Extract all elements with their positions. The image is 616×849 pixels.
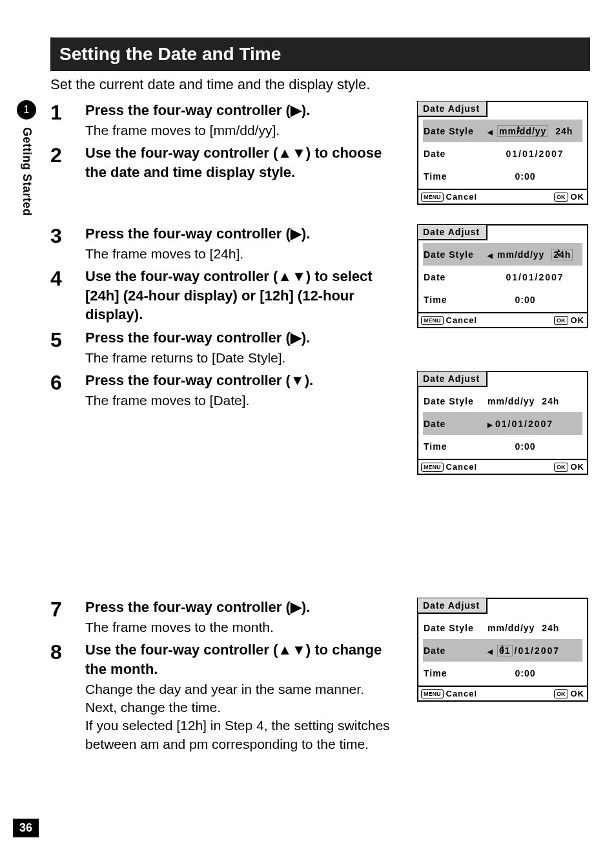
- step-description: The frame returns to [Date Style].: [85, 349, 406, 367]
- left-caret-icon: [488, 645, 495, 656]
- lcd-panel-3: Date Adjust Date Style mm/dd/yy 24h Date…: [417, 371, 588, 475]
- step-instruction: Press the four-way controller (▶).: [85, 101, 406, 120]
- step-instruction: Press the four-way controller (▶).: [85, 328, 406, 348]
- lcd-footer: MENUCancel OKOK: [418, 189, 587, 204]
- right-icon: ▶: [291, 225, 302, 242]
- row-date-style: Date Style mm/dd/yy 24h: [423, 243, 582, 266]
- row-date-style: Date Style mm/dd/yy 24h: [423, 120, 582, 142]
- step-description: The frame moves to [mm/dd/yy].: [85, 121, 406, 140]
- step-7: 7 Press the four-way controller (▶). The…: [50, 598, 406, 636]
- row-time: Time 0:00: [423, 165, 582, 187]
- lcd-panel-2: Date Adjust Date Style mm/dd/yy 24h Date…: [417, 224, 588, 328]
- section-intro: Set the current date and time and the di…: [50, 76, 590, 93]
- step-description: The frame moves to [24h].: [85, 245, 406, 263]
- row-date: Date 01/01/2007: [423, 142, 582, 165]
- step-description: Change the day and year in the same mann…: [85, 680, 406, 753]
- left-caret-icon: [488, 126, 495, 136]
- row-date: Date 01/01/2007: [423, 412, 582, 435]
- step-2: 2 Use the four-way controller (▲▼) to ch…: [50, 143, 406, 182]
- lcd-title: Date Adjust: [418, 101, 488, 117]
- step-instruction: Press the four-way controller (▶).: [85, 598, 406, 617]
- step-instruction: Press the four-way controller (▶).: [85, 224, 406, 244]
- down-icon: ▼: [292, 145, 306, 161]
- step-number: 2: [50, 143, 85, 165]
- chapter-label: Getting Started: [20, 127, 34, 216]
- right-icon: ▶: [291, 102, 302, 118]
- side-tab: 1 Getting Started: [15, 100, 37, 216]
- lcd-panel-1: Date Adjust Date Style mm/dd/yy 24h Date…: [417, 101, 588, 205]
- menu-button[interactable]: MENU: [421, 193, 444, 202]
- menu-button[interactable]: MENU: [421, 689, 444, 698]
- ok-button[interactable]: OK: [554, 193, 568, 202]
- step-description: The frame moves to [Date].: [85, 392, 406, 410]
- step-instruction: Use the four-way controller (▲▼) to choo…: [85, 143, 406, 182]
- step-description: The frame moves to the month.: [85, 618, 406, 636]
- menu-button[interactable]: MENU: [421, 316, 444, 325]
- step-number: 1: [50, 101, 85, 123]
- chapter-number: 1: [17, 100, 36, 120]
- ok-button[interactable]: OK: [554, 689, 568, 698]
- left-caret-icon: [488, 249, 495, 260]
- right-caret-icon: [488, 419, 493, 429]
- step-4: 4 Use the four-way controller (▲▼) to se…: [50, 267, 406, 324]
- page-number: 36: [13, 819, 39, 837]
- menu-button[interactable]: MENU: [421, 463, 444, 472]
- lcd-panel-4: Date Adjust Date Style mm/dd/yy 24h Date…: [417, 598, 588, 702]
- ok-button[interactable]: OK: [554, 316, 568, 325]
- step-instruction: Press the four-way controller (▼).: [85, 371, 406, 390]
- up-icon: ▲: [278, 145, 292, 161]
- step-1: 1 Press the four-way controller (▶). The…: [50, 101, 406, 140]
- ok-button[interactable]: OK: [554, 463, 568, 472]
- section-title: Setting the Date and Time: [50, 37, 590, 71]
- step-5: 5 Press the four-way controller (▶). The…: [50, 328, 406, 367]
- step-instruction: Use the four-way controller (▲▼) to chan…: [85, 640, 406, 678]
- step-8: 8 Use the four-way controller (▲▼) to ch…: [50, 640, 406, 753]
- step-6: 6 Press the four-way controller (▼). The…: [50, 371, 406, 410]
- step-3: 3 Press the four-way controller (▶). The…: [50, 224, 406, 263]
- row-date: Date 01/01/2007: [423, 639, 582, 662]
- step-instruction: Use the four-way controller (▲▼) to sele…: [85, 267, 406, 324]
